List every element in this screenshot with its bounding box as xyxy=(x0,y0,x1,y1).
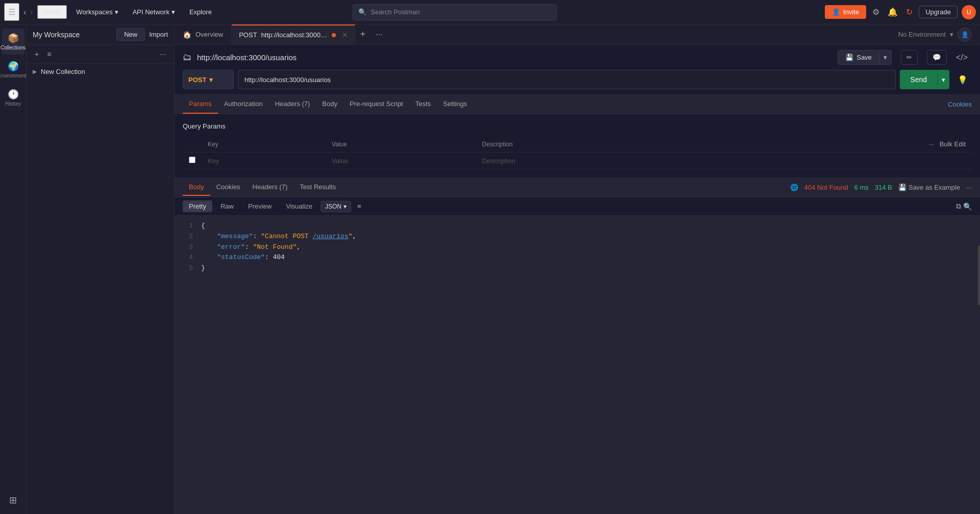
status-badge: 404 Not Found xyxy=(804,184,848,191)
resp-tab-headers[interactable]: Headers (7) xyxy=(247,179,294,196)
url-input-row: POST ▾ Send ▾ 💡 xyxy=(183,70,972,89)
key-placeholder[interactable]: Key xyxy=(208,157,219,165)
import-button[interactable]: Import xyxy=(149,31,168,38)
workspace-bar: My Workspace New Import xyxy=(27,24,174,45)
tab-params[interactable]: Params xyxy=(183,95,218,114)
response-more-icon[interactable]: ··· xyxy=(966,184,972,191)
wrap-text-icon[interactable]: ≡ xyxy=(357,202,361,210)
active-request-tab[interactable]: POST http://localhost:3000/... ✕ xyxy=(232,24,355,44)
tab-headers[interactable]: Headers (7) xyxy=(269,95,316,114)
tab-body[interactable]: Body xyxy=(316,95,344,114)
bulk-edit-button[interactable]: Bulk Edit xyxy=(940,140,966,148)
sidebar-item-history[interactable]: 🕐 History xyxy=(2,85,24,111)
invite-button[interactable]: 👤 Invite xyxy=(825,5,866,19)
description-placeholder[interactable]: Description xyxy=(482,157,515,165)
copy-icon[interactable]: ⧉ xyxy=(956,202,961,211)
collection-name: New Collection xyxy=(41,68,85,75)
json-format-select[interactable]: JSON ▾ xyxy=(321,201,351,212)
env-dropdown-icon: ▾ xyxy=(950,31,953,38)
response-format-tabs: Pretty Raw Preview Visualize JSON ▾ ≡ ⧉ … xyxy=(175,197,980,216)
send-button[interactable]: Send xyxy=(900,70,937,89)
tab-method-badge: POST xyxy=(239,31,257,39)
resp-tab-test-results[interactable]: Test Results xyxy=(293,179,342,196)
back-button[interactable]: ‹ xyxy=(23,8,26,17)
row-checkbox[interactable] xyxy=(189,157,195,163)
response-time: 6 ms xyxy=(854,184,869,191)
add-collection-icon[interactable]: + xyxy=(33,49,41,59)
send-dropdown-button[interactable]: ▾ xyxy=(937,70,949,89)
format-raw-button[interactable]: Raw xyxy=(214,200,240,212)
environment-name: No Environment xyxy=(898,31,946,38)
code-line-4: 4 "statusCode": 404 xyxy=(183,252,972,263)
method-select[interactable]: POST ▾ xyxy=(183,70,234,89)
menu-icon[interactable]: ☰ xyxy=(4,3,19,21)
forward-button[interactable]: › xyxy=(30,8,33,17)
env-avatar-icon[interactable]: 👤 xyxy=(958,28,972,42)
environments-icon: 🌍 xyxy=(8,61,19,72)
tab-close-icon[interactable]: ✕ xyxy=(342,31,348,39)
new-collection-item[interactable]: ▶ New Collection xyxy=(27,64,174,80)
params-table: Key Value Description ··· Bulk Edit Key … xyxy=(183,136,972,169)
send-btn-group: Send ▾ xyxy=(900,70,949,89)
settings-icon[interactable]: ⚙ xyxy=(870,5,881,19)
tab-pre-request[interactable]: Pre-request Script xyxy=(344,95,409,114)
cookies-link[interactable]: Cookies xyxy=(948,100,972,108)
save-icon: 💾 xyxy=(898,184,906,191)
save-example-button[interactable]: 💾 Save as Example xyxy=(898,184,960,191)
sidebar-item-collections-plus[interactable]: ⊞ xyxy=(2,491,24,510)
comment-icon[interactable]: 💬 xyxy=(927,50,947,65)
top-content-bar: 🏠 Overview POST http://localhost:3000/..… xyxy=(175,24,980,45)
edit-icon[interactable]: ✏ xyxy=(901,50,918,65)
request-title: http://localhost:3000/usuarios xyxy=(197,53,832,62)
format-pretty-button[interactable]: Pretty xyxy=(183,200,212,212)
environments-label: Environments xyxy=(0,73,29,79)
explore-nav[interactable]: Explore xyxy=(184,6,217,18)
avatar[interactable]: U xyxy=(962,5,976,19)
sidebar-item-collections[interactable]: 📦 Collections xyxy=(2,29,24,55)
filter-icon[interactable]: ≡ xyxy=(45,49,53,59)
save-button[interactable]: 💾 Save xyxy=(838,50,879,65)
value-placeholder[interactable]: Value xyxy=(332,157,348,165)
resp-tab-cookies[interactable]: Cookies xyxy=(210,179,247,196)
new-button[interactable]: New xyxy=(116,28,145,41)
left-panel: My Workspace New Import + ≡ ··· ▶ New Co… xyxy=(27,24,175,514)
search-in-response-icon[interactable]: 🔍 xyxy=(963,202,972,211)
workspaces-nav[interactable]: Workspaces ▾ xyxy=(71,6,123,18)
format-preview-button[interactable]: Preview xyxy=(242,200,278,212)
history-icon: 🕐 xyxy=(8,89,19,100)
overview-tab[interactable]: 🏠 Overview xyxy=(175,24,232,44)
home-nav[interactable]: Home xyxy=(37,5,67,19)
url-input[interactable] xyxy=(238,70,896,89)
tab-authorization[interactable]: Authorization xyxy=(218,95,269,114)
api-chevron-icon: ▾ xyxy=(172,8,175,16)
tab-more-button[interactable]: ··· xyxy=(371,30,387,39)
sidebar-item-environments[interactable]: 🌍 Environments xyxy=(2,57,24,83)
upgrade-button[interactable]: Upgrade xyxy=(919,6,958,18)
workspace-name: My Workspace xyxy=(33,31,112,39)
response-size: 314 B xyxy=(875,184,892,191)
save-dropdown-button[interactable]: ▾ xyxy=(879,50,892,65)
response-section: Body Cookies Headers (7) Test Results 🌐 … xyxy=(175,177,980,514)
resp-tab-body[interactable]: Body xyxy=(183,179,210,196)
format-visualize-button[interactable]: Visualize xyxy=(280,200,318,212)
value-column-header: Value xyxy=(326,136,476,152)
params-more-icon[interactable]: ··· xyxy=(928,141,934,148)
new-tab-button[interactable]: + xyxy=(355,29,371,40)
api-network-nav[interactable]: API Network ▾ xyxy=(128,6,180,18)
tab-settings[interactable]: Settings xyxy=(437,95,473,114)
sync-icon[interactable]: ↻ xyxy=(904,5,915,19)
method-chevron-icon: ▾ xyxy=(209,76,213,84)
scrollbar-indicator xyxy=(978,246,980,305)
more-options-icon[interactable]: ··· xyxy=(158,49,168,59)
code-icon[interactable]: </> xyxy=(952,51,972,64)
search-bar[interactable]: 🔍 Search Postman xyxy=(353,4,557,20)
grid-plus-icon: ⊞ xyxy=(9,495,17,506)
code-area: 1 { 2 "message": "Cannot POST /usuarios"… xyxy=(175,216,980,514)
tab-tests[interactable]: Tests xyxy=(409,95,437,114)
left-panel-header: + ≡ ··· xyxy=(27,45,174,64)
globe-icon: 🌐 xyxy=(790,184,798,191)
save-icon: 💾 xyxy=(845,54,853,61)
notifications-icon[interactable]: 🔔 xyxy=(886,5,900,19)
lightbulb-icon[interactable]: 💡 xyxy=(953,73,972,87)
overview-label: Overview xyxy=(195,31,223,38)
